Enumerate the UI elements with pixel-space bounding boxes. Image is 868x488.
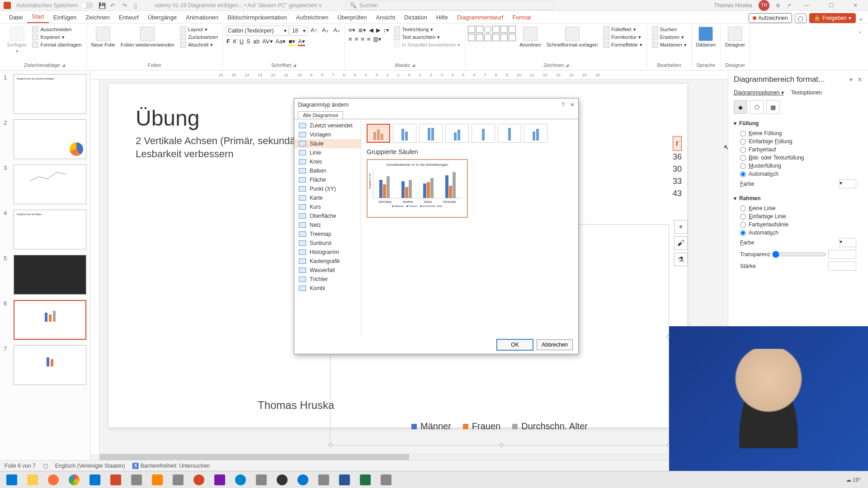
tab-uebergaenge[interactable]: Übergänge (143, 12, 181, 23)
align-left-button[interactable]: ≡ (349, 36, 352, 42)
language-status[interactable]: Englisch (Vereinigte Staaten) (55, 463, 125, 469)
spell-icon[interactable]: ▢ (43, 463, 48, 469)
tab-datei[interactable]: Datei (5, 12, 27, 23)
layout-button[interactable]: Layout ▾ (178, 26, 220, 33)
line-option-none[interactable]: Keine Linie (734, 204, 863, 212)
line-color-button[interactable]: ▾ (839, 238, 856, 247)
chart-filters-button[interactable]: ⚗ (674, 253, 688, 266)
dialog-tab-all[interactable]: Alle Diagramme (298, 111, 343, 119)
width-input[interactable] (828, 262, 856, 271)
app-icon[interactable] (251, 472, 271, 488)
tab-hilfe[interactable]: Hilfe (432, 12, 453, 23)
designer-button[interactable]: Designer (723, 26, 747, 48)
reset-button[interactable]: Zurücksetzen (178, 33, 220, 41)
highlight-button[interactable]: ■▾ (288, 38, 295, 46)
decrease-font-icon[interactable]: A↓ (320, 26, 330, 36)
cat-radar[interactable]: Netz (294, 221, 361, 230)
section-button[interactable]: Abschnitt ▾ (178, 41, 220, 48)
reuse-slides-button[interactable]: Folien wiederverwenden (119, 26, 176, 48)
tab-diagrammoptionen[interactable]: Diagrammoptionen ▾ (734, 89, 784, 97)
fill-button[interactable]: Fülleffekt ▾ (601, 26, 644, 33)
user-avatar[interactable]: TH (759, 0, 769, 11)
fill-option-gradient[interactable]: Farbverlauf (734, 145, 863, 154)
subtype-100stacked[interactable] (419, 124, 443, 143)
app-icon[interactable] (293, 472, 313, 488)
cat-treemap[interactable]: Treemap (294, 230, 361, 239)
fill-option-pattern[interactable]: Musterfüllung (734, 162, 863, 170)
text-direction-button[interactable]: Textrichtung ▾ (392, 26, 462, 33)
underline-button[interactable]: U (240, 38, 244, 46)
thumbnail-5[interactable]: 5 (4, 255, 86, 295)
autosave-toggle-group[interactable]: Automatisches Speichern (16, 2, 93, 9)
align-right-button[interactable]: ≡ (361, 36, 364, 42)
chrome-icon[interactable] (64, 472, 84, 488)
chart-elements-button[interactable]: + (674, 220, 688, 234)
start-button[interactable] (2, 472, 22, 488)
accessibility-status[interactable]: ♿ Barrierefreiheit: Untersuchen (132, 463, 210, 469)
shape-more-icon[interactable] (509, 26, 516, 33)
shape-oval-icon[interactable] (484, 26, 491, 33)
section-fuellung[interactable]: ▾Füllung (734, 120, 863, 127)
undo-icon[interactable]: ↶ (110, 2, 117, 9)
cat-funnel[interactable]: Trichter (294, 275, 361, 284)
horizontal-scrollbar[interactable] (99, 454, 719, 460)
line-spacing-button[interactable]: ↕▾ (383, 27, 390, 33)
subtype-3d-stacked[interactable] (472, 124, 495, 143)
app-icon[interactable] (168, 472, 188, 488)
fill-option-solid[interactable]: Einfarbige Füllung (734, 137, 863, 145)
author-text[interactable]: Thomas Hruska (258, 399, 334, 412)
numbering-button[interactable]: ≣▾ (358, 27, 366, 33)
thumbnail-2[interactable]: 2 (4, 119, 86, 159)
replace-button[interactable]: Ersetzen ▾ (650, 33, 689, 41)
dialog-close-button[interactable]: ✕ (570, 102, 575, 108)
bold-button[interactable]: F (226, 38, 230, 46)
excel-icon[interactable] (355, 472, 375, 488)
ribbon-mode-icon[interactable]: ↗ (787, 2, 791, 9)
word-icon[interactable] (335, 472, 354, 488)
cat-histogram[interactable]: Histogramm (294, 248, 361, 257)
save-icon[interactable]: 💾 (99, 2, 105, 9)
shape-freeform-icon[interactable] (484, 34, 491, 41)
slide-counter[interactable]: Folie 6 von 7 (5, 463, 36, 469)
shape-rect-icon[interactable] (476, 26, 483, 33)
cat-pie[interactable]: Kreis (294, 157, 361, 166)
present-mode-icon[interactable]: ▢ (795, 14, 807, 23)
telegram-icon[interactable] (231, 472, 250, 488)
app-icon[interactable] (189, 472, 209, 488)
align-text-button[interactable]: Text ausrichten ▾ (392, 33, 462, 41)
new-slide-button[interactable]: Neue Folie (90, 26, 117, 48)
tab-format[interactable]: Format (508, 12, 535, 23)
app-icon[interactable] (127, 472, 146, 488)
outlook-icon[interactable] (85, 472, 105, 488)
tab-diagrammentwurf[interactable]: Diagrammentwurf (453, 12, 508, 23)
explorer-icon[interactable] (23, 472, 42, 488)
search-box[interactable]: 🔍 Suchen (346, 1, 554, 10)
strikethrough-button[interactable]: S (246, 38, 250, 46)
select-button[interactable]: Markieren ▾ (650, 41, 689, 48)
dialog-titlebar[interactable]: Diagrammtyp ändern ? ✕ (294, 99, 578, 111)
slide-thumbnails[interactable]: 1Diagramme aus Excel einfügen 2 3 4Diagr… (0, 70, 90, 460)
cut-button[interactable]: Ausschneiden (30, 26, 83, 33)
spacing-button[interactable]: AV▾ (262, 38, 273, 46)
chart-styles-button[interactable]: 🖌 (674, 236, 688, 250)
shape-connector-icon[interactable] (468, 34, 475, 41)
decrease-indent-button[interactable]: ◀ (369, 27, 373, 33)
font-size-combo[interactable]: 18▾ (290, 26, 308, 36)
app-icon[interactable] (376, 472, 396, 488)
fill-color-button[interactable]: ▾ (839, 179, 856, 188)
arrange-button[interactable]: Anordnen (518, 26, 543, 48)
justify-button[interactable]: ≡ (367, 36, 371, 42)
section-rahmen[interactable]: ▾Rahmen (734, 195, 863, 202)
shape-rrect-icon[interactable] (500, 26, 508, 33)
bullets-button[interactable]: ≡▾ (349, 27, 355, 33)
subtype-3d-clustered[interactable] (445, 124, 469, 143)
cat-bar[interactable]: Balken (294, 166, 361, 175)
subtype-3d-column[interactable] (524, 124, 547, 143)
cat-area[interactable]: Fläche (294, 175, 361, 184)
fill-line-tab-icon[interactable]: ◆ (734, 100, 747, 114)
aufzeichnen-button[interactable]: Aufzeichnen (749, 13, 792, 23)
slide-title[interactable]: Übung (136, 106, 199, 131)
shape-line-icon[interactable] (468, 26, 475, 33)
columns-button[interactable]: ▥▾ (373, 36, 382, 42)
align-center-button[interactable]: ≡ (355, 36, 359, 42)
